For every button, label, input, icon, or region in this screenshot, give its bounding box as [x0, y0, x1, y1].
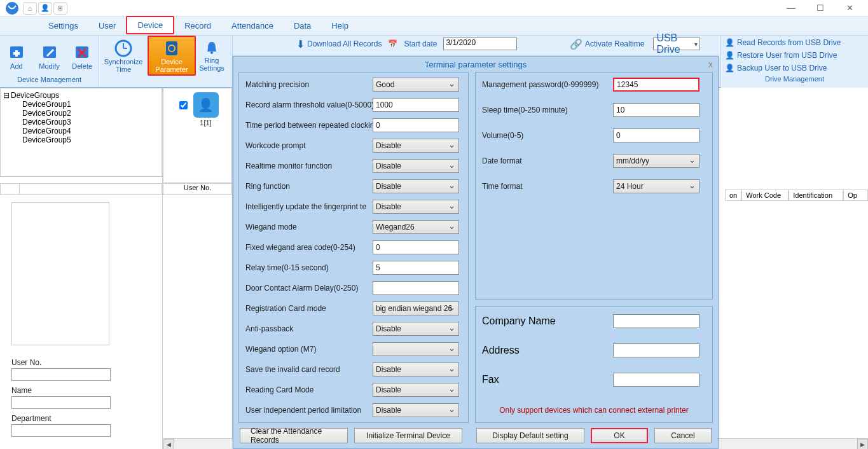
device-parameter-button[interactable]: Device Parameter — [148, 36, 196, 76]
menu-user[interactable]: User — [88, 17, 126, 35]
name-label: Name — [11, 386, 151, 395]
home-icon[interactable]: ⌂ — [23, 2, 37, 15]
download-icon: ⬇ — [296, 38, 305, 50]
text-field[interactable]: 10 — [613, 103, 699, 117]
text-field[interactable]: 1000 — [373, 98, 459, 112]
tree-item[interactable]: DeviceGroup4 — [3, 127, 159, 135]
select-field[interactable]: Wiegand26 — [373, 220, 459, 234]
ribbon-group-label: Device Management — [0, 76, 99, 87]
scroll-right-icon[interactable]: ▶ — [857, 439, 868, 449]
cancel-button[interactable]: Cancel — [654, 428, 712, 443]
tree-item[interactable]: DeviceGroup1 — [3, 100, 159, 109]
device-tree: ⊟ DeviceGroups DeviceGroup1 DeviceGroup2… — [0, 88, 162, 177]
dialog-left-panel: Matching precisionGoodRecord alarm thres… — [238, 72, 469, 423]
close-button[interactable]: ✕ — [835, 1, 864, 16]
app-logo — [4, 0, 20, 17]
start-date-field[interactable]: 3/1/2020 — [443, 38, 517, 50]
department-field[interactable] — [11, 424, 111, 437]
add-button[interactable]: Add — [0, 36, 33, 76]
select-field[interactable]: Disable — [373, 200, 459, 214]
field-label: Date format — [482, 156, 613, 165]
select-field[interactable]: Disable — [373, 159, 459, 173]
menu-data[interactable]: Data — [284, 17, 321, 35]
text-field[interactable]: 0 — [613, 128, 699, 142]
drive-mgmt-label: Drive Management — [721, 75, 868, 86]
download-all-records-link[interactable]: ⬇ Download All Records — [296, 38, 382, 50]
field-label: Time period between repeated clockin — [245, 121, 373, 130]
activate-realtime-link[interactable]: 🔗 Activate Realtime — [570, 38, 644, 50]
select-field[interactable]: mm/dd/yy — [613, 154, 699, 168]
field-label: Volume(0-5) — [482, 131, 613, 140]
menu-attendance[interactable]: Attendance — [221, 17, 284, 35]
initialize-device-button[interactable]: Initialize Terminal Device — [354, 428, 462, 443]
titlebar: ⌂ 👤 ⛨ — ☐ ✕ — [0, 0, 868, 17]
text-field[interactable]: 5 — [373, 261, 459, 275]
delete-button[interactable]: Delete — [65, 36, 99, 76]
add-icon — [7, 42, 26, 61]
select-field[interactable]: Disable — [373, 383, 459, 397]
text-field[interactable] — [613, 314, 699, 328]
text-field[interactable]: 12345 — [613, 78, 699, 92]
text-field[interactable]: 0 — [373, 240, 459, 254]
usb-drive-select[interactable]: USB Drive — [653, 38, 700, 50]
ok-button[interactable]: OK — [591, 428, 648, 443]
field-label: Wiegand mode — [245, 223, 373, 231]
field-label: Matching precision — [245, 80, 373, 89]
user-no-field[interactable] — [11, 368, 111, 381]
select-field[interactable]: Disable — [373, 139, 459, 153]
field-label: Time format — [482, 182, 613, 191]
text-field[interactable] — [373, 281, 459, 295]
device-checkbox[interactable] — [179, 101, 188, 109]
restore-user-usb-link[interactable]: 👤 Restore User from USB Drive — [725, 50, 864, 61]
svg-point-13 — [210, 52, 213, 54]
display-default-button[interactable]: Display Default setting — [476, 428, 584, 443]
select-field[interactable]: Disable — [373, 363, 459, 376]
menu-help[interactable]: Help — [321, 17, 359, 35]
ring-settings-button[interactable]: Ring Settings — [196, 36, 228, 76]
text-field[interactable] — [613, 373, 699, 387]
maximize-button[interactable]: ☐ — [806, 1, 835, 16]
name-field[interactable] — [11, 396, 111, 409]
menu-device[interactable]: Device — [126, 16, 174, 34]
select-field[interactable] — [373, 342, 459, 356]
field-label: Company Name — [482, 315, 613, 327]
calendar-icon: 📅 — [388, 39, 397, 48]
synchronize-time-button[interactable]: Synchronize Time — [99, 36, 148, 76]
select-field[interactable]: Good — [373, 78, 459, 92]
right-column-headers: on Work Code Identification Op — [725, 190, 868, 201]
text-field[interactable]: 0 — [373, 118, 459, 132]
select-field[interactable]: big endian wiegand 26 — [373, 301, 459, 315]
menubar: Settings User Device Record Attendance D… — [0, 17, 868, 36]
select-field[interactable]: 24 Hour — [613, 179, 699, 193]
clear-attendance-button[interactable]: Clear the Attendance Records — [240, 428, 348, 443]
select-field[interactable]: Disable — [373, 403, 459, 417]
minimize-button[interactable]: — — [776, 1, 806, 16]
menu-settings[interactable]: Settings — [38, 17, 88, 35]
device-item[interactable]: 👤 1[1] — [193, 92, 219, 127]
modify-button[interactable]: Modify — [33, 36, 66, 76]
select-field[interactable]: Disable — [373, 179, 459, 193]
tree-item[interactable]: DeviceGroup2 — [3, 109, 159, 118]
field-label: Relay time(0-15 second) — [245, 263, 373, 272]
printer-note: Only support devices which can connect e… — [482, 406, 706, 415]
backup-user-usb-link[interactable]: 👤 Backup User to USB Drive — [725, 62, 864, 74]
field-label: Reading Card Mode — [245, 385, 373, 394]
field-label: Intelligently update the fingerprint te — [245, 202, 373, 211]
tree-item[interactable]: DeviceGroup3 — [3, 118, 159, 127]
scroll-left-icon[interactable]: ◀ — [163, 439, 174, 449]
clock-icon — [114, 39, 133, 58]
read-records-usb-link[interactable]: 👤 Read Records from USB Drive — [725, 37, 864, 48]
tree-root[interactable]: ⊟ DeviceGroups — [3, 91, 159, 100]
shield-icon[interactable]: ⛨ — [53, 2, 67, 15]
svg-rect-3 — [13, 52, 20, 55]
person-icon[interactable]: 👤 — [38, 2, 52, 15]
field-label: Realtime monitor function — [245, 162, 373, 170]
menu-record[interactable]: Record — [174, 17, 221, 35]
tree-item[interactable]: DeviceGroup5 — [3, 135, 159, 144]
text-field[interactable] — [613, 343, 699, 357]
field-label: Ring function — [245, 182, 373, 191]
select-field[interactable]: Disable — [373, 322, 459, 336]
field-label: Workcode prompt — [245, 141, 373, 150]
dialog-close-button[interactable]: x — [708, 59, 713, 69]
dialog-footer: Clear the Attendance Records Initialize … — [233, 423, 718, 448]
